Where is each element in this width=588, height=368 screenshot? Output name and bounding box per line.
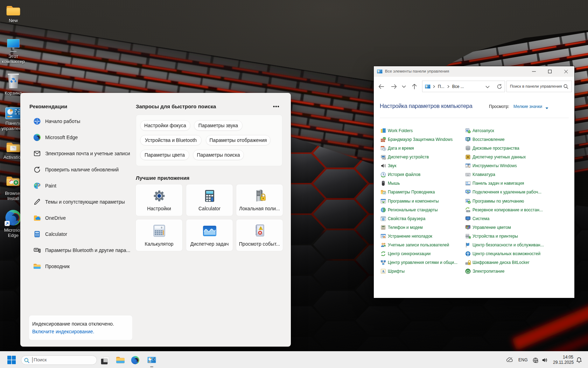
svg-text:!: ! [260, 227, 261, 230]
svg-text:z: z [580, 357, 581, 360]
svg-text:A: A [382, 269, 385, 273]
svg-text:0: 0 [161, 226, 162, 229]
